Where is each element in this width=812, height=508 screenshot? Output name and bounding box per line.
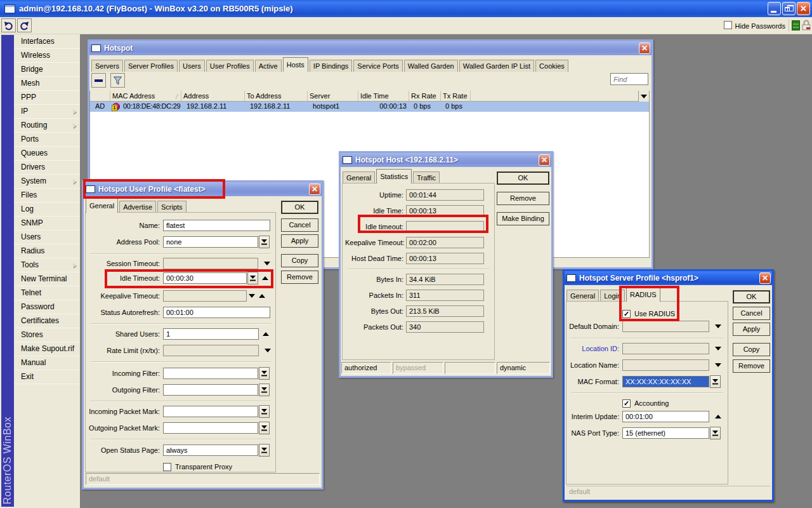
session-timeout-down-arrow[interactable] [264,262,270,265]
outgoing-packet-mark-field[interactable] [163,422,258,434]
redo-button[interactable] [17,18,32,32]
keepalive-timeout-field[interactable] [163,290,247,302]
hide-passwords-checkbox[interactable] [724,21,732,29]
sidebar-item-queues[interactable]: Queues [14,147,80,161]
ok-button[interactable]: OK [733,290,770,304]
tab-cookies[interactable]: Cookies [535,60,568,72]
column-header-flags[interactable] [471,91,641,101]
outgoing-filter-field[interactable] [163,384,258,396]
ho-tab-statistics[interactable]: Statistics [376,169,412,184]
sidebar-item-certificates[interactable]: Certificates [14,314,80,328]
tab-ip-bindings[interactable]: IP Bindings [310,60,352,72]
location-name-down-arrow[interactable] [715,363,721,367]
find-input[interactable] [610,73,648,85]
ok-button[interactable]: OK [497,171,549,185]
sidebar-item-log[interactable]: Log [14,203,80,217]
hotspot-titlebar[interactable]: Hotspot ✕ [89,41,652,55]
server-profile-close-button[interactable]: ✕ [759,272,771,284]
default-domain-down-arrow[interactable] [715,324,721,328]
open-status-page-dropdown-button[interactable] [259,444,270,457]
sidebar-item-ip[interactable]: IP [14,105,80,119]
cancel-button[interactable]: Cancel [733,307,770,320]
status-autorefresh-field[interactable]: 00:01:00 [163,307,270,318]
server-profile-titlebar[interactable]: Hotspot Server Profile <hsprof1> ✕ [565,271,772,285]
sidebar-item-make-supout-rif[interactable]: Make Supout.rif [14,342,80,356]
column-header-to-address[interactable]: To Address [245,91,308,101]
hotspot-table-header[interactable]: MAC Address/AddressTo AddressServerIdle … [90,91,649,102]
maximize-button[interactable] [782,2,796,15]
accounting-checkbox[interactable]: ✓ [622,399,631,408]
sidebar-item-new-terminal[interactable]: New Terminal [14,272,80,286]
location-id-down-arrow[interactable] [715,347,721,351]
cancel-button[interactable]: Cancel [281,218,318,232]
mac-format-dropdown-button[interactable] [710,375,721,388]
up-tab-general[interactable]: General [86,198,118,213]
column-select-button[interactable] [638,91,649,102]
make-binding-button[interactable]: Make Binding [497,212,549,225]
sidebar-item-telnet[interactable]: Telnet [14,286,80,300]
ok-button[interactable]: OK [281,201,318,214]
sidebar-item-routing[interactable]: Routing [14,119,80,133]
column-header-tx-rate[interactable]: Tx Rate [441,91,471,101]
incoming-filter-dropdown-button[interactable] [259,367,270,380]
sidebar-item-stores[interactable]: Stores [14,328,80,342]
column-header-address[interactable]: Address [181,91,245,101]
shared-users-up-arrow[interactable] [263,332,269,336]
keepalive-timeout-up-arrow[interactable] [259,294,265,298]
remove-button[interactable]: Remove [497,192,549,205]
sidebar-item-tools[interactable]: Tools [14,258,80,272]
tab-walled-garden-ip-list[interactable]: Walled Garden IP List [459,60,534,72]
apply-button[interactable]: Apply [281,234,318,248]
sidebar-item-files[interactable]: Files [14,189,80,203]
incoming-packet-mark-field[interactable] [163,406,258,417]
column-header-idle-time[interactable]: Idle Time [358,91,409,101]
ho-tab-general[interactable]: General [343,171,375,184]
tab-service-ports[interactable]: Service Ports [353,60,402,72]
sidebar-item-manual[interactable]: Manual [14,356,80,370]
tab-servers[interactable]: Servers [91,60,123,72]
sidebar-item-mesh[interactable]: Mesh [14,77,80,91]
sidebar-item-bridge[interactable]: Bridge [14,63,80,77]
sidebar-item-ports[interactable]: Ports [14,133,80,147]
tab-walled-garden[interactable]: Walled Garden [404,60,458,72]
tab-active[interactable]: Active [255,60,282,72]
name-field[interactable]: flatest [163,220,270,231]
shared-users-field[interactable]: 1 [163,328,259,340]
default-domain-field[interactable] [622,321,709,332]
host-titlebar[interactable]: Hotspot Host <192.168.2.11> ✕ [341,153,551,167]
sidebar-item-snmp[interactable]: SNMP [14,217,80,231]
sidebar-item-users[interactable]: Users [14,231,80,244]
filter-button[interactable] [110,73,125,88]
ho-tab-traffic[interactable]: Traffic [413,171,440,184]
tab-server-profiles[interactable]: Server Profiles [124,60,178,72]
copy-button[interactable]: Copy [281,254,318,267]
open-status-page-field[interactable]: always [163,444,258,456]
host-table-row[interactable]: AD 00:18:DE:48:DC:29 192.168.2.11 192.16… [90,102,649,112]
sidebar-item-exit[interactable]: Exit [14,370,80,384]
incoming-packet-mark-dropdown-button[interactable] [259,405,270,418]
column-header-rx-rate[interactable]: Rx Rate [409,91,441,101]
location-name-field[interactable] [622,359,709,371]
apply-button[interactable]: Apply [733,323,770,336]
sidebar-item-ppp[interactable]: PPP [14,91,80,105]
rate-limit-rx-tx-down-arrow[interactable] [265,349,271,352]
remove-button[interactable]: Remove [281,271,318,284]
incoming-filter-field[interactable] [163,368,258,379]
sidebar-item-interfaces[interactable]: Interfaces [14,35,80,49]
location-id-field[interactable] [622,343,709,354]
interim-update-up-arrow[interactable] [715,415,721,418]
up-tab-scripts[interactable]: Scripts [157,201,187,213]
column-header-server[interactable]: Server [308,91,358,101]
remove-host-button[interactable] [91,73,106,88]
sp-tab-general[interactable]: General [566,290,599,302]
outgoing-packet-mark-dropdown-button[interactable] [259,422,270,434]
column-header-mac-address[interactable]: MAC Address/ [110,91,181,101]
outgoing-filter-dropdown-button[interactable] [259,384,270,396]
up-tab-advertise[interactable]: Advertise [119,201,156,213]
sidebar-item-system[interactable]: System [14,175,80,189]
tab-hosts[interactable]: Hosts [283,57,308,72]
rate-limit-rx-tx-field[interactable] [163,345,259,356]
minimize-button[interactable] [768,2,781,15]
undo-button[interactable] [1,18,16,32]
sidebar-item-wireless[interactable]: Wireless [14,49,80,63]
